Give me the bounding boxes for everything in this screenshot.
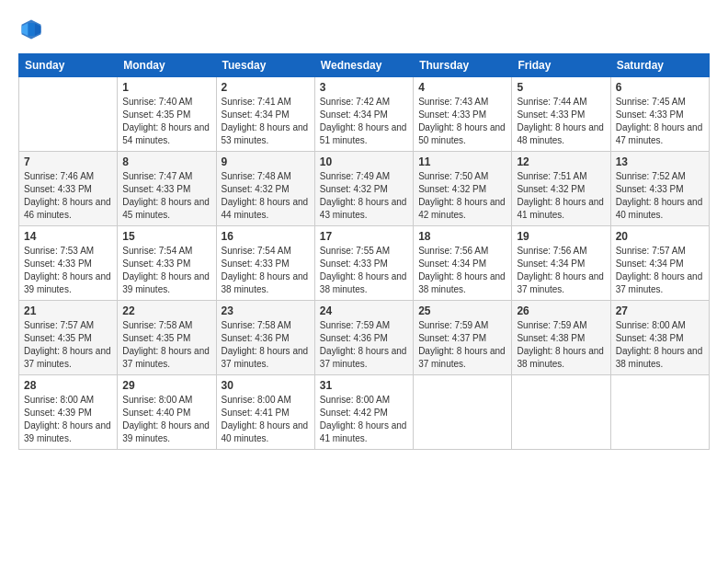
cell-info: Sunrise: 7:49 AMSunset: 4:32 PMDaylight:… bbox=[320, 171, 407, 220]
cell-info: Sunrise: 7:46 AMSunset: 4:33 PMDaylight:… bbox=[24, 171, 111, 220]
calendar-cell: 4Sunrise: 7:43 AMSunset: 4:33 PMDaylight… bbox=[414, 77, 512, 152]
day-number: 3 bbox=[320, 81, 408, 94]
calendar-week-4: 21Sunrise: 7:57 AMSunset: 4:35 PMDayligh… bbox=[19, 301, 710, 375]
calendar-cell: 19Sunrise: 7:56 AMSunset: 4:34 PMDayligh… bbox=[512, 226, 610, 301]
cell-info: Sunrise: 7:51 AMSunset: 4:32 PMDaylight:… bbox=[517, 171, 604, 220]
calendar-cell: 20Sunrise: 7:57 AMSunset: 4:34 PMDayligh… bbox=[610, 226, 709, 301]
cell-info: Sunrise: 7:50 AMSunset: 4:32 PMDaylight:… bbox=[418, 171, 506, 220]
calendar-cell: 26Sunrise: 7:59 AMSunset: 4:38 PMDayligh… bbox=[512, 301, 610, 375]
cell-info: Sunrise: 7:43 AMSunset: 4:33 PMDaylight:… bbox=[418, 97, 506, 145]
day-number: 13 bbox=[616, 155, 704, 168]
day-header-monday: Monday bbox=[118, 54, 216, 77]
day-header-sunday: Sunday bbox=[19, 54, 118, 77]
calendar-cell: 3Sunrise: 7:42 AMSunset: 4:34 PMDaylight… bbox=[314, 77, 413, 152]
day-number: 20 bbox=[616, 230, 704, 243]
day-number: 30 bbox=[222, 379, 310, 392]
calendar-cell bbox=[19, 77, 118, 152]
day-number: 18 bbox=[418, 230, 506, 243]
day-number: 12 bbox=[517, 155, 605, 168]
calendar-cell: 13Sunrise: 7:52 AMSunset: 4:33 PMDayligh… bbox=[610, 152, 709, 226]
day-number: 15 bbox=[122, 230, 210, 243]
cell-info: Sunrise: 7:44 AMSunset: 4:33 PMDaylight:… bbox=[517, 97, 604, 145]
calendar-cell: 16Sunrise: 7:54 AMSunset: 4:33 PMDayligh… bbox=[216, 226, 314, 301]
day-number: 24 bbox=[320, 304, 408, 317]
day-number: 11 bbox=[418, 155, 506, 168]
cell-info: Sunrise: 7:40 AMSunset: 4:35 PMDaylight:… bbox=[122, 97, 210, 145]
day-header-thursday: Thursday bbox=[414, 54, 512, 77]
calendar-cell: 11Sunrise: 7:50 AMSunset: 4:32 PMDayligh… bbox=[414, 152, 512, 226]
day-number: 4 bbox=[418, 81, 506, 94]
calendar-cell: 6Sunrise: 7:45 AMSunset: 4:33 PMDaylight… bbox=[610, 77, 709, 152]
calendar-cell: 31Sunrise: 8:00 AMSunset: 4:42 PMDayligh… bbox=[314, 375, 413, 450]
cell-info: Sunrise: 7:41 AMSunset: 4:34 PMDaylight:… bbox=[222, 97, 309, 145]
calendar-cell: 17Sunrise: 7:55 AMSunset: 4:33 PMDayligh… bbox=[314, 226, 413, 301]
calendar-cell bbox=[414, 375, 512, 450]
header bbox=[18, 17, 710, 42]
cell-info: Sunrise: 8:00 AMSunset: 4:39 PMDaylight:… bbox=[24, 395, 111, 443]
calendar-cell bbox=[512, 375, 610, 450]
logo-icon bbox=[18, 17, 44, 42]
day-number: 8 bbox=[122, 155, 210, 168]
calendar-cell: 23Sunrise: 7:58 AMSunset: 4:36 PMDayligh… bbox=[216, 301, 314, 375]
calendar-cell: 30Sunrise: 8:00 AMSunset: 4:41 PMDayligh… bbox=[216, 375, 314, 450]
cell-info: Sunrise: 7:57 AMSunset: 4:35 PMDaylight:… bbox=[24, 320, 111, 369]
day-number: 26 bbox=[517, 304, 605, 317]
day-number: 6 bbox=[616, 81, 704, 94]
day-number: 17 bbox=[320, 230, 408, 243]
calendar-cell: 8Sunrise: 7:47 AMSunset: 4:33 PMDaylight… bbox=[118, 152, 216, 226]
calendar-cell: 27Sunrise: 8:00 AMSunset: 4:38 PMDayligh… bbox=[610, 301, 709, 375]
cell-info: Sunrise: 7:56 AMSunset: 4:34 PMDaylight:… bbox=[418, 246, 506, 294]
calendar-cell: 22Sunrise: 7:58 AMSunset: 4:35 PMDayligh… bbox=[118, 301, 216, 375]
cell-info: Sunrise: 7:59 AMSunset: 4:36 PMDaylight:… bbox=[320, 320, 407, 369]
calendar-cell: 29Sunrise: 8:00 AMSunset: 4:40 PMDayligh… bbox=[118, 375, 216, 450]
day-number: 10 bbox=[320, 155, 408, 168]
calendar-cell: 10Sunrise: 7:49 AMSunset: 4:32 PMDayligh… bbox=[314, 152, 413, 226]
day-number: 28 bbox=[24, 379, 112, 392]
day-number: 31 bbox=[320, 379, 408, 392]
cell-info: Sunrise: 7:54 AMSunset: 4:33 PMDaylight:… bbox=[222, 246, 309, 294]
day-number: 2 bbox=[222, 81, 310, 94]
cell-info: Sunrise: 7:59 AMSunset: 4:37 PMDaylight:… bbox=[418, 320, 506, 369]
day-header-tuesday: Tuesday bbox=[216, 54, 314, 77]
calendar-cell: 24Sunrise: 7:59 AMSunset: 4:36 PMDayligh… bbox=[314, 301, 413, 375]
day-number: 23 bbox=[222, 304, 310, 317]
cell-info: Sunrise: 7:56 AMSunset: 4:34 PMDaylight:… bbox=[517, 246, 604, 294]
calendar-cell: 21Sunrise: 7:57 AMSunset: 4:35 PMDayligh… bbox=[19, 301, 118, 375]
calendar-week-3: 14Sunrise: 7:53 AMSunset: 4:33 PMDayligh… bbox=[19, 226, 710, 301]
page: SundayMondayTuesdayWednesdayThursdayFrid… bbox=[0, 0, 728, 563]
cell-info: Sunrise: 8:00 AMSunset: 4:38 PMDaylight:… bbox=[616, 320, 703, 369]
cell-info: Sunrise: 7:54 AMSunset: 4:33 PMDaylight:… bbox=[122, 246, 210, 294]
day-number: 9 bbox=[222, 155, 310, 168]
calendar-cell bbox=[610, 375, 709, 450]
day-number: 19 bbox=[517, 230, 605, 243]
cell-info: Sunrise: 7:47 AMSunset: 4:33 PMDaylight:… bbox=[122, 171, 210, 220]
cell-info: Sunrise: 7:55 AMSunset: 4:33 PMDaylight:… bbox=[320, 246, 407, 294]
calendar-cell: 9Sunrise: 7:48 AMSunset: 4:32 PMDaylight… bbox=[216, 152, 314, 226]
day-number: 27 bbox=[616, 304, 704, 317]
day-number: 5 bbox=[517, 81, 605, 94]
cell-info: Sunrise: 7:57 AMSunset: 4:34 PMDaylight:… bbox=[616, 246, 703, 294]
calendar-cell: 12Sunrise: 7:51 AMSunset: 4:32 PMDayligh… bbox=[512, 152, 610, 226]
calendar-week-5: 28Sunrise: 8:00 AMSunset: 4:39 PMDayligh… bbox=[19, 375, 710, 450]
calendar-cell: 2Sunrise: 7:41 AMSunset: 4:34 PMDaylight… bbox=[216, 77, 314, 152]
cell-info: Sunrise: 7:58 AMSunset: 4:36 PMDaylight:… bbox=[222, 320, 309, 369]
logo bbox=[18, 17, 48, 42]
day-number: 16 bbox=[222, 230, 310, 243]
calendar-cell: 15Sunrise: 7:54 AMSunset: 4:33 PMDayligh… bbox=[118, 226, 216, 301]
svg-marker-3 bbox=[28, 23, 35, 36]
calendar-table: SundayMondayTuesdayWednesdayThursdayFrid… bbox=[18, 53, 710, 450]
cell-info: Sunrise: 7:58 AMSunset: 4:35 PMDaylight:… bbox=[122, 320, 210, 369]
cell-info: Sunrise: 7:45 AMSunset: 4:33 PMDaylight:… bbox=[616, 97, 703, 145]
cell-info: Sunrise: 7:48 AMSunset: 4:32 PMDaylight:… bbox=[222, 171, 309, 220]
day-header-saturday: Saturday bbox=[610, 54, 709, 77]
calendar-cell: 7Sunrise: 7:46 AMSunset: 4:33 PMDaylight… bbox=[19, 152, 118, 226]
calendar-cell: 18Sunrise: 7:56 AMSunset: 4:34 PMDayligh… bbox=[414, 226, 512, 301]
calendar-cell: 14Sunrise: 7:53 AMSunset: 4:33 PMDayligh… bbox=[19, 226, 118, 301]
day-number: 21 bbox=[24, 304, 112, 317]
day-number: 1 bbox=[122, 81, 210, 94]
cell-info: Sunrise: 7:42 AMSunset: 4:34 PMDaylight:… bbox=[320, 97, 407, 145]
day-number: 22 bbox=[122, 304, 210, 317]
day-number: 7 bbox=[24, 155, 112, 168]
cell-info: Sunrise: 8:00 AMSunset: 4:40 PMDaylight:… bbox=[122, 395, 210, 443]
day-header-friday: Friday bbox=[512, 54, 610, 77]
